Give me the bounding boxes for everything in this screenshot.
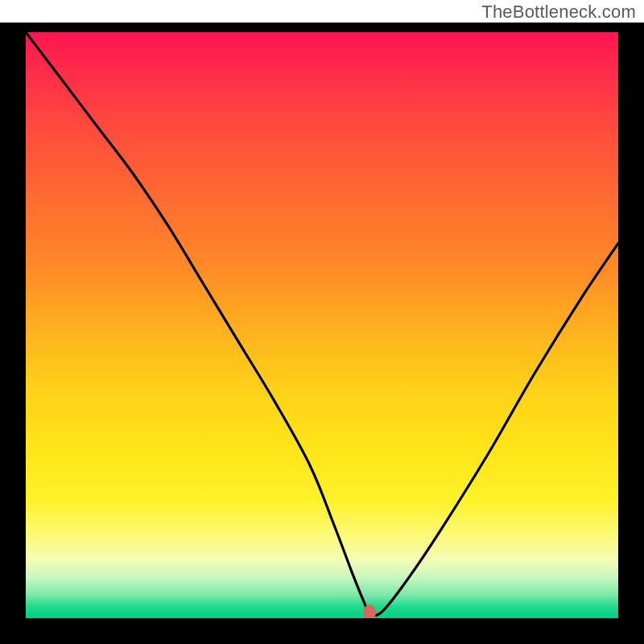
watermark-text: TheBottleneck.com <box>481 2 636 23</box>
plot-outer <box>0 23 644 644</box>
chart-frame: TheBottleneck.com <box>0 0 644 644</box>
plot-area <box>26 32 618 618</box>
bottleneck-curve <box>26 32 618 618</box>
minimum-marker <box>363 605 376 618</box>
